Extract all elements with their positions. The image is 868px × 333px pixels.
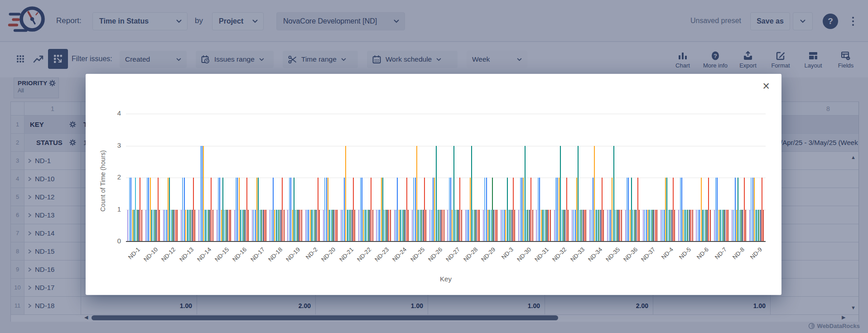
bar-red [158, 178, 159, 241]
bar-cluster [712, 114, 730, 241]
bar-sky-blue [378, 210, 379, 242]
bar-teal [702, 210, 703, 242]
bar-cluster [694, 114, 712, 241]
bar-dark-red [479, 210, 480, 242]
bar-red [690, 210, 691, 242]
bar-violet [358, 210, 359, 242]
bar-teal [666, 178, 667, 241]
bar-dark-red [265, 210, 266, 242]
bar-orange [239, 178, 240, 241]
bar-red [495, 210, 496, 242]
bar-navy [440, 210, 441, 242]
bar-navy [174, 210, 174, 242]
bar-violet [429, 210, 430, 242]
bar-blue [504, 210, 505, 242]
bar-teal [542, 210, 543, 242]
bar-red [318, 178, 318, 241]
bar-red [655, 210, 656, 242]
bar-red [299, 210, 300, 242]
bar-teal [436, 146, 437, 242]
bar-cluster [730, 114, 747, 241]
bar-cluster [161, 114, 179, 241]
bar-green [581, 210, 582, 242]
bar-violet [625, 210, 626, 242]
x-axis-title: Key [126, 275, 766, 283]
bar-cyan [579, 210, 580, 242]
bar-red [211, 178, 212, 241]
bar-violet [536, 210, 537, 242]
bar-sky-blue [502, 210, 503, 242]
bar-teal [347, 210, 348, 242]
bar-dark-red [621, 210, 622, 242]
bar-cluster [428, 114, 446, 241]
bar-green [670, 210, 670, 242]
bar-cyan [544, 210, 545, 242]
bar-sky-blue [236, 178, 236, 241]
bar-sky-blue [182, 178, 183, 241]
y-tick-label: 2 [105, 173, 121, 181]
bar-teal [596, 210, 597, 242]
bar-navy [689, 210, 690, 242]
bar-violet [447, 210, 448, 242]
bar-violet [145, 210, 146, 242]
bar-red [406, 178, 407, 241]
bar-green [474, 210, 475, 242]
bar-cluster [463, 114, 481, 241]
x-axis-line [126, 241, 766, 242]
bar-green [457, 210, 458, 242]
bar-dark-red [532, 210, 533, 242]
chart-plot-area [126, 114, 766, 241]
bar-blue [735, 178, 736, 241]
close-icon[interactable]: × [762, 80, 770, 92]
bar-green [332, 210, 333, 242]
bar-teal [756, 210, 757, 242]
bar-teal [613, 146, 614, 242]
bar-green [350, 210, 351, 242]
bar-red [175, 210, 176, 242]
bar-green [421, 210, 422, 242]
bar-dark-red [550, 210, 551, 242]
bar-violet [323, 210, 324, 242]
bar-cluster [748, 114, 766, 241]
bar-violet [572, 210, 573, 242]
bar-violet [661, 210, 661, 242]
bar-blue [646, 210, 647, 242]
bar-navy [192, 210, 193, 242]
bar-cyan [135, 178, 136, 241]
bar-sky-blue [395, 210, 396, 242]
bar-blue [148, 178, 149, 241]
bar-green [368, 210, 369, 242]
bar-orange [701, 178, 702, 241]
bar-teal [329, 210, 330, 242]
bar-cyan [704, 210, 704, 242]
bar-orange [630, 210, 631, 242]
bar-sky-blue [218, 178, 219, 241]
bar-violet [607, 210, 608, 242]
bar-cyan [331, 210, 332, 242]
bar-violet [305, 210, 306, 242]
bar-red [548, 210, 549, 242]
bar-cyan [313, 210, 313, 242]
bar-red [388, 210, 389, 242]
bar-green [723, 210, 724, 242]
bar-orange [363, 210, 364, 242]
bar-red [530, 178, 531, 241]
bar-orange [345, 146, 346, 242]
bar-teal [240, 210, 241, 242]
bar-green [243, 210, 244, 242]
bar-sky-blue [715, 178, 716, 241]
bar-navy [333, 210, 334, 242]
bar-cyan [277, 210, 278, 242]
bar-orange [185, 210, 186, 242]
bar-cyan [437, 210, 438, 242]
bar-teal [685, 210, 685, 242]
bar-cluster [197, 114, 215, 241]
bar-orange [470, 178, 471, 241]
bar-green [758, 210, 759, 242]
bar-violet [270, 210, 270, 242]
bar-green [386, 210, 386, 242]
bar-orange [203, 146, 204, 242]
bar-blue [344, 178, 345, 241]
bar-sky-blue [698, 210, 699, 242]
bar-sky-blue [573, 210, 574, 242]
